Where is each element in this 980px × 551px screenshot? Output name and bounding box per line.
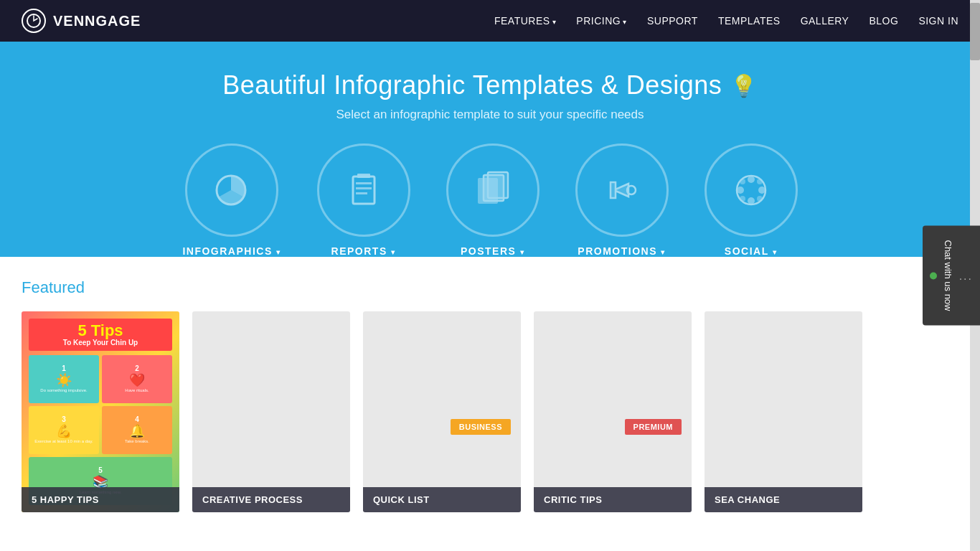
svg-rect-9 bbox=[488, 172, 508, 198]
svg-rect-6 bbox=[357, 174, 370, 178]
nav-templates[interactable]: TEMPLATES bbox=[718, 15, 781, 27]
chat-widget[interactable]: ... Chat with us now bbox=[923, 226, 980, 326]
chat-online-indicator bbox=[930, 272, 937, 279]
card3-badge: BUSINESS bbox=[451, 419, 511, 435]
card5-thumbnail bbox=[705, 311, 862, 512]
svg-point-14 bbox=[737, 187, 744, 194]
card2-thumbnail bbox=[192, 311, 350, 512]
logo[interactable]: VENNGAGE bbox=[22, 9, 141, 33]
social-label: SOCIAL ▾ bbox=[725, 245, 778, 257]
logo-text: VENNGAGE bbox=[53, 13, 141, 29]
card1-grid: 1 ☀️ Do something impulsive. 2 ❤️ Have r… bbox=[29, 355, 172, 505]
logo-icon bbox=[22, 9, 46, 33]
hero-subtitle: Select an infographic template to suit y… bbox=[14, 108, 966, 122]
promotions-icon-circle bbox=[575, 143, 669, 237]
card4-badge: PREMIUM bbox=[625, 419, 682, 435]
nav-features[interactable]: FEATURES bbox=[494, 15, 556, 27]
hero-section: Beautiful Infographic Templates & Design… bbox=[0, 42, 980, 257]
card2-label: CREATIVE PROCESS bbox=[192, 487, 350, 512]
reports-icon-circle bbox=[317, 143, 410, 237]
card-quick-list[interactable]: BUSINESS QUICK LIST bbox=[363, 311, 521, 512]
svg-point-15 bbox=[758, 187, 765, 194]
reports-label: REPORTS ▾ bbox=[331, 245, 396, 257]
card1-thumbnail: 5 Tips To Keep Your Chin Up 1 ☀️ Do some… bbox=[22, 311, 179, 512]
card-5-happy-tips[interactable]: 5 Tips To Keep Your Chin Up 1 ☀️ Do some… bbox=[22, 311, 179, 512]
social-icon-circle bbox=[705, 143, 798, 237]
infographics-label: INFOGRAPHICS ▾ bbox=[182, 245, 281, 257]
bulb-icon: 💡 bbox=[730, 73, 758, 98]
card3-thumbnail bbox=[363, 311, 521, 512]
category-infographics[interactable]: INFOGRAPHICS ▾ bbox=[182, 143, 281, 257]
chat-dots: ... bbox=[959, 269, 973, 282]
svg-point-13 bbox=[748, 197, 755, 204]
card1-header: 5 Tips To Keep Your Chin Up bbox=[29, 319, 172, 351]
category-social[interactable]: SOCIAL ▾ bbox=[705, 143, 798, 257]
promotions-label: PROMOTIONS ▾ bbox=[578, 245, 666, 257]
scrollbar-thumb[interactable] bbox=[970, 3, 980, 60]
category-promotions[interactable]: PROMOTIONS ▾ bbox=[575, 143, 669, 257]
nav-signin[interactable]: SIGN IN bbox=[918, 15, 958, 27]
hero-title: Beautiful Infographic Templates & Design… bbox=[14, 70, 966, 100]
svg-rect-4 bbox=[356, 187, 372, 189]
posters-icon-circle bbox=[446, 143, 540, 237]
featured-section: Featured 5 Tips To Keep Your Chin Up 1 ☀… bbox=[0, 257, 980, 527]
svg-point-17 bbox=[757, 179, 763, 184]
featured-title: Featured bbox=[22, 278, 958, 297]
svg-point-16 bbox=[740, 179, 745, 184]
card-sea-change[interactable]: SEA CHANGE bbox=[705, 311, 862, 512]
svg-point-12 bbox=[748, 176, 755, 183]
category-icons: INFOGRAPHICS ▾ REPORTS ▾ bbox=[14, 143, 966, 257]
nav-blog[interactable]: BLOG bbox=[869, 15, 898, 27]
svg-rect-5 bbox=[356, 192, 367, 194]
nav-pricing[interactable]: PRICING bbox=[576, 15, 627, 27]
card4-thumbnail bbox=[534, 311, 692, 512]
svg-rect-2 bbox=[353, 176, 374, 204]
posters-label: POSTERS ▾ bbox=[461, 245, 524, 257]
category-posters[interactable]: POSTERS ▾ bbox=[446, 143, 540, 257]
svg-point-18 bbox=[740, 196, 745, 202]
cards-row: 5 Tips To Keep Your Chin Up 1 ☀️ Do some… bbox=[22, 311, 958, 512]
svg-rect-3 bbox=[356, 182, 372, 184]
card1-label: 5 HAPPY TIPS bbox=[22, 487, 179, 512]
chat-label: Chat with us now bbox=[943, 240, 953, 311]
nav-links: FEATURES PRICING SUPPORT TEMPLATES GALLE… bbox=[494, 15, 958, 27]
card3-label: QUICK LIST bbox=[363, 487, 521, 512]
category-reports[interactable]: REPORTS ▾ bbox=[317, 143, 410, 257]
nav-gallery[interactable]: GALLERY bbox=[801, 15, 849, 27]
navbar: VENNGAGE FEATURES PRICING SUPPORT TEMPLA… bbox=[0, 0, 980, 42]
card5-label: SEA CHANGE bbox=[705, 487, 862, 512]
infographics-icon-circle bbox=[185, 143, 278, 237]
nav-support[interactable]: SUPPORT bbox=[647, 15, 698, 27]
svg-point-19 bbox=[757, 196, 763, 202]
card-critic-tips[interactable]: PREMIUM CRITIC TIPS bbox=[534, 311, 692, 512]
card4-label: CRITIC TIPS bbox=[534, 487, 692, 512]
card-creative-process[interactable]: CREATIVE PROCESS bbox=[192, 311, 350, 512]
